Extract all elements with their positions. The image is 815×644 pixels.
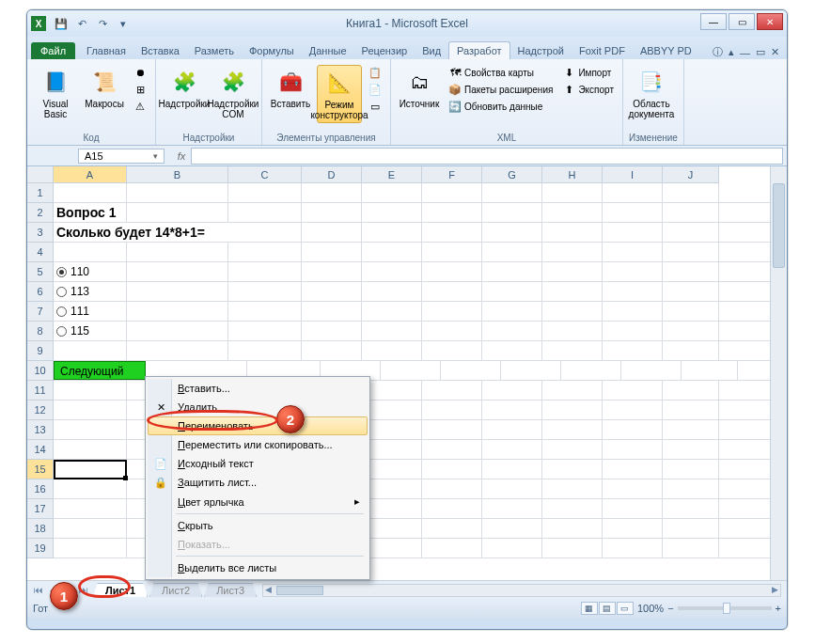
cell-C1[interactable] [228, 183, 302, 202]
tab-рецензир[interactable]: Рецензир [354, 42, 415, 59]
import-button[interactable]: ⬇Импорт [559, 65, 617, 80]
cell-A11[interactable] [54, 381, 127, 400]
col-header-F[interactable]: F [422, 166, 482, 183]
cell-C9[interactable] [228, 341, 302, 360]
cell-J18[interactable] [663, 519, 719, 538]
com-addins-button[interactable]: 🧩 Надстройки COM [211, 65, 256, 121]
cell-F13[interactable] [422, 420, 482, 439]
menu-item-3[interactable]: Переместить или скопировать... [148, 435, 368, 454]
cell-F15[interactable] [422, 460, 482, 479]
cell-A9[interactable] [54, 341, 127, 360]
cell-G18[interactable] [482, 519, 542, 538]
cell-A12[interactable] [54, 401, 127, 419]
export-button[interactable]: ⬆Экспорт [559, 82, 617, 97]
cell-E7[interactable] [362, 302, 422, 321]
menu-item-1[interactable]: ✕Удалить [148, 398, 368, 416]
file-tab[interactable]: Файл [31, 42, 75, 59]
cell-J5[interactable] [663, 262, 719, 281]
cell-G16[interactable] [482, 479, 542, 498]
select-all-corner[interactable] [27, 166, 54, 183]
redo-icon[interactable]: ↷ [93, 14, 112, 33]
cell-E19[interactable] [362, 539, 422, 558]
row-header-14[interactable]: 14 [27, 440, 54, 460]
cell-D1[interactable] [302, 183, 362, 202]
cell-E16[interactable] [362, 479, 422, 498]
cell-J14[interactable] [663, 440, 719, 459]
col-header-C[interactable]: C [228, 166, 302, 183]
cell-B4[interactable] [127, 243, 228, 261]
cell-F1[interactable] [422, 183, 482, 202]
sheet-tab-Лист3[interactable]: Лист3 [204, 583, 257, 597]
cell-J2[interactable] [663, 203, 719, 222]
ribbon-min-icon[interactable]: ▴ [729, 46, 734, 58]
cell-F11[interactable] [422, 381, 482, 400]
cell-J3[interactable] [663, 223, 719, 242]
cell-E15[interactable] [362, 460, 422, 479]
formula-input[interactable] [191, 148, 783, 165]
cell-G4[interactable] [482, 243, 542, 261]
cell-G14[interactable] [482, 440, 542, 459]
tab-разработ[interactable]: Разработ [448, 41, 509, 59]
insert-control-button[interactable]: 🧰 Вставить [268, 65, 313, 111]
col-header-E[interactable]: E [362, 166, 422, 183]
tab-foxit pdf[interactable]: Foxit PDF [572, 42, 633, 59]
cell-E5[interactable] [362, 262, 422, 281]
cell-A3[interactable]: Сколько будет 14*8+1= [54, 223, 302, 242]
menu-item-9[interactable]: Выделить все листы [148, 558, 368, 577]
cell-E2[interactable] [362, 203, 422, 222]
cell-I19[interactable] [603, 539, 663, 558]
col-header-H[interactable]: H [542, 166, 603, 183]
cell-I1[interactable] [603, 183, 663, 202]
cell-F14[interactable] [422, 440, 482, 459]
visual-basic-button[interactable]: 📘 Visual Basic [33, 65, 78, 121]
cell-G5[interactable] [482, 262, 542, 281]
cell-J13[interactable] [663, 420, 719, 439]
cell-A13[interactable] [54, 420, 127, 439]
cell-H16[interactable] [542, 479, 603, 498]
cell-A16[interactable] [54, 479, 127, 498]
worksheet-grid[interactable]: ABCDEFGHIJ 12345678910111213141516171819… [27, 166, 787, 580]
cell-I14[interactable] [603, 440, 663, 459]
cell-C5[interactable] [228, 262, 302, 281]
cell-F17[interactable] [422, 499, 482, 518]
cell-I9[interactable] [603, 341, 663, 360]
cell-H9[interactable] [542, 341, 603, 360]
cell-F16[interactable] [422, 479, 482, 498]
minimize-button[interactable]: — [700, 13, 727, 30]
cell-G6[interactable] [482, 282, 542, 301]
cell-G12[interactable] [482, 401, 542, 419]
cell-H8[interactable] [542, 322, 603, 340]
horizontal-scrollbar[interactable]: ◀ ▶ [262, 584, 781, 597]
view-layout-button[interactable]: ▤ [599, 602, 616, 615]
row-header-12[interactable]: 12 [27, 401, 54, 420]
cell-A17[interactable] [54, 499, 127, 518]
view-pagebreak-button[interactable]: ▭ [617, 602, 634, 615]
zoom-slider[interactable] [678, 606, 772, 610]
row-header-9[interactable]: 9 [27, 341, 54, 361]
cell-C2[interactable] [228, 203, 302, 222]
cell-I12[interactable] [603, 401, 663, 419]
cell-A18[interactable] [54, 519, 127, 538]
cell-J11[interactable] [663, 381, 719, 400]
cell-E14[interactable] [362, 440, 422, 459]
run-dialog-button[interactable]: ▭ [366, 99, 384, 114]
addins-button[interactable]: 🧩 Надстройки [162, 65, 207, 111]
doc-restore-icon[interactable]: ▭ [756, 46, 765, 58]
cell-D3[interactable] [302, 223, 362, 242]
cell-I7[interactable] [603, 302, 663, 321]
radio-option-111[interactable] [56, 306, 67, 317]
tab-надстрой[interactable]: Надстрой [510, 42, 572, 59]
row-header-19[interactable]: 19 [27, 539, 54, 558]
cell-B5[interactable] [127, 262, 228, 281]
cell-C4[interactable] [228, 243, 302, 261]
cell-G19[interactable] [482, 539, 542, 558]
cell-I13[interactable] [603, 420, 663, 439]
cell-J15[interactable] [663, 460, 719, 479]
cell-J9[interactable] [663, 341, 719, 360]
sheet-nav-last-icon[interactable]: ⏭ [76, 585, 91, 595]
row-header-18[interactable]: 18 [27, 519, 54, 539]
cell-E1[interactable] [362, 183, 422, 202]
cell-J1[interactable] [663, 183, 719, 202]
row-header-7[interactable]: 7 [27, 302, 54, 322]
radio-option-110[interactable] [56, 267, 67, 277]
